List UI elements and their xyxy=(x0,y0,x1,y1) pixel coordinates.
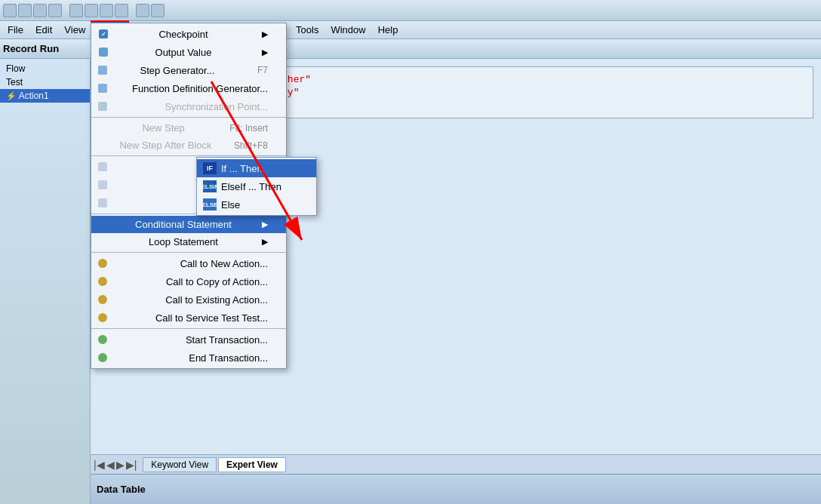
tab-expert-view[interactable]: Expert View xyxy=(218,457,286,472)
call-copy-icon xyxy=(97,275,109,287)
action1-icon: ⚡ xyxy=(6,91,17,100)
sep-5 xyxy=(91,328,286,329)
toolbar-icon-9[interactable] xyxy=(136,4,149,17)
menu-item-start-transaction[interactable]: Start Transaction... xyxy=(91,330,286,349)
menu-tools[interactable]: Tools xyxy=(290,21,324,38)
toolbar-icon-2[interactable] xyxy=(18,4,32,17)
record-label: Record xyxy=(3,43,37,54)
svg-rect-10 xyxy=(98,198,107,207)
left-panel: Flow Test ⚡ Action1 xyxy=(0,59,91,504)
step-gen-icon xyxy=(97,64,109,76)
call-existing-icon xyxy=(97,293,109,306)
checkpoint-arrow: ▶ xyxy=(262,29,268,39)
menu-item-end-transaction[interactable]: End Transaction... xyxy=(91,349,286,367)
else-icon: ELSE xyxy=(203,198,217,211)
call-new-icon xyxy=(97,257,109,269)
tab-next-next[interactable]: ▶| xyxy=(126,459,137,471)
svg-rect-7 xyxy=(98,102,107,111)
step-generator-shortcut: F7 xyxy=(257,65,268,75)
operation-icon xyxy=(97,161,109,173)
toolbar-icon-10[interactable] xyxy=(151,4,165,17)
submenu-item-if-then[interactable]: IF If ... Then xyxy=(197,159,316,177)
menu-item-sync-point: Synchronization Point... xyxy=(91,97,286,115)
toolbar-row-1 xyxy=(0,0,821,21)
svg-point-12 xyxy=(98,277,107,286)
comment-icon xyxy=(97,179,109,191)
toolbar-icon-6[interactable] xyxy=(85,4,98,17)
menu-file[interactable]: File xyxy=(2,21,29,38)
new-step-after-block-shortcut: Shift+F8 xyxy=(234,140,268,151)
menu-window[interactable]: Window xyxy=(324,21,371,38)
report-icon xyxy=(97,197,109,209)
svg-point-14 xyxy=(98,313,107,322)
menu-item-conditional-statement[interactable]: Conditional Statement ▶ xyxy=(91,216,286,233)
left-item-flow[interactable]: Flow xyxy=(0,62,90,75)
new-step-shortcut: F8; Insert xyxy=(229,123,268,134)
menu-edit[interactable]: Edit xyxy=(29,21,58,38)
if-then-icon: IF xyxy=(203,162,217,174)
elseif-icon: ELSIF xyxy=(203,180,217,192)
menu-item-call-new-action[interactable]: Call to New Action... xyxy=(91,254,286,272)
toolbar-icons xyxy=(3,4,165,17)
menu-item-new-step: New Step F8; Insert xyxy=(91,119,286,137)
conditional-arrow: ▶ xyxy=(262,220,268,229)
data-table-label: Data Table xyxy=(97,484,146,495)
menu-item-func-def-gen[interactable]: Function Definition Generator... xyxy=(91,79,286,97)
menu-item-call-copy-action[interactable]: Call to Copy of Action... xyxy=(91,272,286,290)
toolbar-icon-3[interactable] xyxy=(33,4,47,17)
end-tx-icon xyxy=(97,352,109,364)
svg-text:✓: ✓ xyxy=(101,31,106,38)
conditional-submenu-container: IF If ... Then ELSIF ElseIf ... Then ELS… xyxy=(196,157,317,216)
sync-icon xyxy=(97,100,109,112)
toolbar-icon-8[interactable] xyxy=(115,4,128,17)
tab-prev-prev[interactable]: |◀ xyxy=(94,459,105,471)
checkpoint-icon: ✓ xyxy=(97,28,109,40)
submenu-item-else[interactable]: ELSE Else xyxy=(197,195,316,214)
menu-item-new-step-after-block: New Step After Block Shift+F8 xyxy=(91,137,286,154)
output-icon xyxy=(97,46,109,58)
tab-navigation: |◀ ◀ ▶ ▶| xyxy=(94,459,137,471)
output-value-arrow: ▶ xyxy=(262,48,268,57)
menu-item-call-service-test[interactable]: Call to Service Test Test... xyxy=(91,309,286,327)
tab-next[interactable]: ▶ xyxy=(116,459,125,471)
sep-1 xyxy=(91,117,286,118)
svg-rect-4 xyxy=(99,48,108,57)
toolbar-icon-4[interactable] xyxy=(48,4,62,17)
call-service-icon xyxy=(97,312,109,324)
menu-help[interactable]: Help xyxy=(372,21,404,38)
submenu-item-elseif-then[interactable]: ELSIF ElseIf ... Then xyxy=(197,177,316,195)
svg-rect-5 xyxy=(98,66,107,75)
svg-point-15 xyxy=(98,335,107,344)
svg-rect-9 xyxy=(98,180,107,189)
svg-point-11 xyxy=(98,259,107,268)
svg-rect-8 xyxy=(98,162,107,171)
record-run-controls: Record Run xyxy=(3,43,59,54)
left-item-test[interactable]: Test xyxy=(0,75,90,89)
toolbar-icon-5[interactable] xyxy=(69,4,83,17)
menu-view[interactable]: View xyxy=(58,21,91,38)
tab-keyword-view[interactable]: Keyword View xyxy=(143,457,217,472)
func-gen-icon xyxy=(97,82,109,94)
left-item-action1[interactable]: ⚡ Action1 xyxy=(0,89,90,103)
svg-rect-6 xyxy=(98,84,107,93)
menu-item-loop-statement[interactable]: Loop Statement ▶ xyxy=(91,233,286,250)
toolbar-icon-1[interactable] xyxy=(3,4,17,17)
menu-item-checkpoint[interactable]: ✓ Checkpoint ▶ xyxy=(91,25,286,43)
menu-item-call-existing-action[interactable]: Call to Existing Action... xyxy=(91,290,286,309)
run-button[interactable]: Run xyxy=(40,43,59,54)
svg-point-16 xyxy=(98,353,107,362)
sep-4 xyxy=(91,252,286,253)
bottom-tabs: |◀ ◀ ▶ ▶| Keyword View Expert View xyxy=(91,454,821,474)
conditional-submenu: IF If ... Then ELSIF ElseIf ... Then ELS… xyxy=(196,157,317,216)
svg-point-13 xyxy=(98,295,107,304)
toolbar-icon-7[interactable] xyxy=(100,4,113,17)
tab-prev[interactable]: ◀ xyxy=(106,459,115,471)
sep-2 xyxy=(91,155,286,156)
start-tx-icon xyxy=(97,333,109,346)
data-table-footer: Data Table xyxy=(91,474,821,504)
loop-arrow: ▶ xyxy=(262,237,268,247)
menu-item-step-generator[interactable]: Step Generator... F7 xyxy=(91,61,286,79)
menu-item-output-value[interactable]: Output Value ▶ xyxy=(91,43,286,61)
